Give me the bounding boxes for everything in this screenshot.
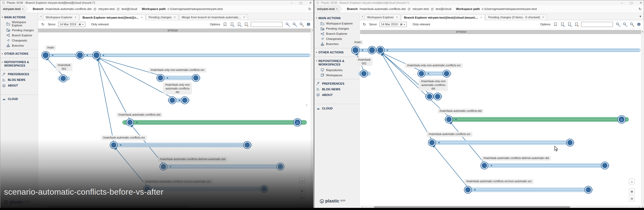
clear-search-icon[interactable]: ✕: [299, 22, 304, 27]
refresh-icon[interactable]: ↻: [639, 7, 642, 11]
sidebar-item-pending-changes[interactable]: Pending changes: [0, 27, 38, 33]
changeset-node[interactable]: [444, 71, 449, 76]
tab-0[interactable]: Workspace Explorer✕: [43, 14, 79, 20]
tab-2[interactable]: Pending changes✕: [146, 14, 179, 20]
sidebar-link-cloud[interactable]: ☁CLOUD: [0, 96, 38, 102]
only-relevant-toggle[interactable]: Only relevant: [413, 23, 430, 26]
refresh-icon[interactable]: ↻: [308, 7, 311, 11]
tab-0[interactable]: Workspace Explorer✕: [364, 14, 401, 20]
search-input[interactable]: [251, 22, 283, 27]
scroll-up-icon[interactable]: ∧: [642, 30, 643, 33]
scroll-up-icon[interactable]: ∧: [311, 29, 313, 32]
maximize-icon[interactable]: ▢: [299, 0, 302, 5]
titlebar[interactable]: p Plastic SCM - Branch Explorer miryam-t…: [314, 0, 644, 5]
changeset-node[interactable]: [170, 98, 175, 103]
changeset-node[interactable]: [482, 163, 487, 168]
branch-row-auto-dst[interactable]: [445, 117, 629, 122]
close-tab-icon[interactable]: ✕: [174, 16, 176, 19]
clear-search-icon[interactable]: ✕: [629, 22, 634, 27]
close-tab-icon[interactable]: ✕: [480, 16, 482, 19]
bookmark-next-icon[interactable]: ↪: [567, 22, 572, 27]
sidebar-link-preferences[interactable]: PREFERENCES: [0, 71, 38, 77]
close-icon[interactable]: ✕: [309, 0, 312, 5]
close-tab-icon[interactable]: ✕: [141, 16, 143, 19]
changeset-home-node[interactable]: ⌂: [294, 119, 300, 125]
refresh-icon[interactable]: ↻: [363, 22, 366, 26]
options-button[interactable]: Options: [210, 23, 220, 26]
changeset-node[interactable]: [127, 120, 133, 125]
since-date-input[interactable]: 14 Mar 2019 ▦ ▼: [380, 22, 407, 27]
changeset-node[interactable]: [419, 71, 424, 76]
changeset-node[interactable]: [182, 98, 187, 103]
tab-1[interactable]: Branch Explorer miryam-test@test@cloud (…: [401, 15, 485, 20]
changeset-node[interactable]: [427, 94, 432, 99]
since-date-input[interactable]: 14 Mar 2019 ▦ ▼: [58, 22, 85, 27]
sidebar-item-branch-explorer[interactable]: Branch Explorer: [0, 33, 38, 38]
zoom-in-search-icon[interactable]: +: [622, 22, 627, 27]
sidebar-section-main-actions[interactable]: ▾MAIN ACTIONS: [0, 15, 38, 20]
sidebar-section-repositories-workspaces[interactable]: ▸REPOSITORIES & WORKSPACES: [0, 59, 38, 68]
tab-overflow-icon[interactable]: ▼: [639, 15, 642, 18]
sidebar-item-branch-explorer[interactable]: Branch Explorer: [314, 31, 359, 36]
bookmark-previous-icon[interactable]: ↩: [230, 22, 234, 27]
close-tab-icon[interactable]: ✕: [243, 16, 245, 19]
sidebar-link-blog-news[interactable]: BLOG NEWS: [314, 86, 359, 92]
bookmark-icon[interactable]: [553, 22, 558, 27]
chevron-left-icon[interactable]: ‹: [361, 15, 364, 18]
globe-icon[interactable]: [636, 22, 641, 27]
bookmark-remove-icon[interactable]: ✕: [574, 22, 579, 27]
tab-2[interactable]: Pending changes (0 Items - 0 checked)✕: [485, 14, 547, 20]
branch-path[interactable]: /main/task-automatic-conflicts-dst: [45, 7, 92, 11]
options-button[interactable]: Options: [540, 23, 551, 26]
changeset-node[interactable]: [567, 140, 573, 145]
branch-row-auto-src[interactable]: [428, 140, 574, 145]
changeset-node[interactable]: [446, 117, 452, 122]
workspace-selector[interactable]: miryam-test ▾: [0, 5, 28, 13]
map-home-button[interactable]: ⌂: [629, 178, 635, 184]
bookmark-next-icon[interactable]: ↪: [237, 22, 241, 27]
changeset-home-node[interactable]: ⌂: [619, 116, 625, 122]
repo-name[interactable]: miryam-test: [412, 7, 429, 11]
sidebar-item-branches[interactable]: Branches: [0, 43, 38, 48]
maximize-icon[interactable]: ▢: [630, 0, 632, 5]
search-input[interactable]: [581, 22, 613, 27]
zoom-in-button[interactable]: ⊕: [629, 188, 635, 194]
changeset-node[interactable]: [353, 47, 358, 53]
minimize-icon[interactable]: –: [291, 0, 292, 5]
changeset-node[interactable]: [435, 94, 440, 99]
chevron-left-icon[interactable]: ‹: [39, 15, 43, 18]
expand-panel-icon[interactable]: ›: [306, 102, 307, 108]
sidebar-link-blog-news[interactable]: BLOG NEWS: [0, 77, 38, 83]
close-icon[interactable]: ✕: [640, 0, 642, 5]
sidebar-section-repositories-workspaces[interactable]: ▾REPOSITORIES & WORKSPACES: [314, 58, 359, 68]
titlebar[interactable]: p Plastic SCM - Branch Explorer miryam-t…: [0, 0, 313, 5]
sidebar-item-changesets[interactable]: ↺Changesets: [0, 38, 38, 43]
repo-name[interactable]: miryam-test: [98, 7, 115, 11]
changeset-node[interactable]: [429, 140, 435, 145]
branch-row-main[interactable]: [352, 49, 640, 52]
vertical-scrollbar[interactable]: ∧ ∨: [641, 30, 644, 209]
changeset-node[interactable]: [586, 187, 591, 192]
minimize-icon[interactable]: –: [621, 0, 623, 5]
sidebar-section-other-actions[interactable]: ▸OTHER ACTIONS: [0, 51, 38, 56]
close-tab-icon[interactable]: ✕: [542, 16, 544, 19]
changeset-node[interactable]: [158, 75, 163, 81]
branch-row-auto-dst[interactable]: [122, 120, 307, 125]
zoom-in-search-icon[interactable]: +: [292, 22, 297, 27]
sidebar-item-repositories[interactable]: Repositories: [314, 67, 359, 73]
branch-row-non-auto-src[interactable]: [464, 188, 593, 192]
tab-1[interactable]: Branch Explorer miryam-test@test@c...✕: [80, 15, 145, 20]
changeset-node[interactable]: [377, 47, 383, 53]
changeset-node[interactable]: [602, 163, 608, 168]
changeset-node[interactable]: [369, 47, 375, 53]
sidebar-item-workspace-explorer[interactable]: Workspace Explorer: [0, 20, 38, 27]
changeset-node[interactable]: [77, 52, 83, 58]
close-tab-icon[interactable]: ✕: [396, 16, 398, 19]
sidebar-link-preferences[interactable]: PREFERENCES: [314, 81, 359, 86]
sidebar-link-about[interactable]: pABOUT: [314, 92, 359, 98]
changeset-node[interactable]: [465, 187, 471, 192]
sidebar-section-main-actions[interactable]: ▾MAIN ACTIONS: [314, 15, 359, 21]
changeset-node[interactable]: [61, 76, 66, 81]
bookmark-previous-icon[interactable]: ↩: [560, 22, 565, 27]
server-name[interactable]: test@cloud: [122, 7, 137, 11]
